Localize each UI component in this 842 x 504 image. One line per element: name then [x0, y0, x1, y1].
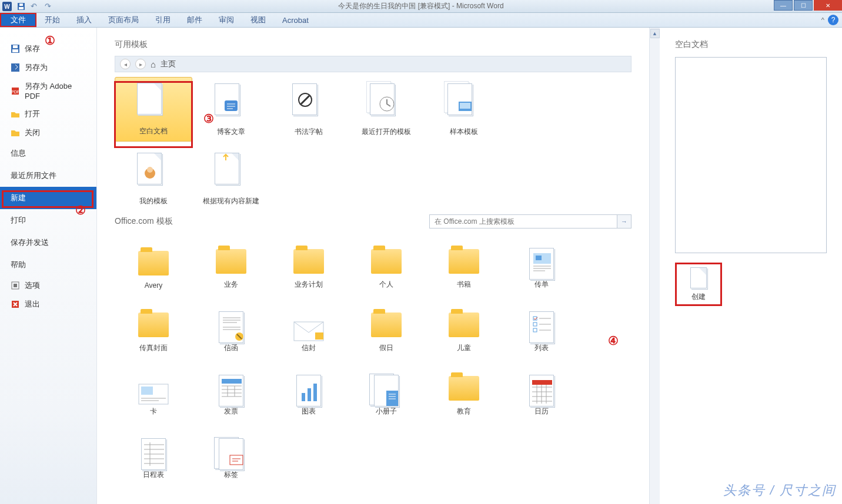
undo-icon[interactable]: ↶ — [31, 2, 40, 11]
office-template-2[interactable]: 业务计划 — [270, 231, 348, 294]
tab-insert[interactable]: 插入 — [68, 13, 100, 27]
svg-rect-6 — [12, 49, 18, 52]
create-button[interactable]: 创建 — [675, 263, 722, 306]
office-template-12[interactable]: 卡 — [115, 358, 192, 421]
office-template-4[interactable]: 书籍 — [425, 231, 503, 294]
office-template-15[interactable]: 小册子 — [348, 358, 425, 421]
office-template-17[interactable]: 日历 — [503, 358, 580, 421]
nav-forward-button[interactable]: ▸ — [135, 59, 146, 69]
svg-rect-34 — [313, 384, 317, 401]
office-template-16[interactable]: 教育 — [425, 358, 503, 421]
office-template-6[interactable]: 传真封面 — [115, 294, 192, 358]
template-label: 卡 — [150, 406, 157, 416]
svg-rect-22 — [536, 256, 542, 260]
template-label: 空白文档 — [139, 126, 168, 136]
save-icon[interactable] — [16, 2, 26, 11]
office-template-3[interactable]: 个人 — [348, 231, 425, 294]
tab-references[interactable]: 引用 — [147, 13, 179, 27]
sidebar-open[interactable]: 打开 — [0, 105, 96, 123]
svg-rect-32 — [302, 393, 305, 401]
office-template-8[interactable]: 信封 — [270, 294, 348, 358]
tab-acrobat[interactable]: Acrobat — [274, 13, 317, 27]
office-template-13[interactable]: 发票 — [192, 358, 270, 421]
template-label: 最近打开的模板 — [362, 127, 411, 137]
office-template-11[interactable]: 列表 — [503, 294, 580, 358]
sidebar-saveas[interactable]: 另存为 — [0, 58, 96, 77]
office-template-19[interactable]: 标签 — [192, 421, 270, 485]
template-label: 根据现有内容新建 — [203, 196, 259, 206]
minimize-button[interactable]: — — [774, 0, 793, 11]
envelope-icon — [293, 317, 325, 343]
template-label: 儿童 — [457, 343, 471, 353]
sidebar-recent[interactable]: 最近所用文件 — [0, 164, 96, 187]
office-template-5[interactable]: 传单 — [503, 231, 580, 294]
office-template-7[interactable]: 信函 — [192, 294, 270, 358]
search-input[interactable] — [429, 214, 617, 229]
template-recent[interactable]: 最近打开的模板 — [348, 77, 425, 142]
tab-home[interactable]: 开始 — [36, 13, 68, 27]
sidebar-close[interactable]: 关闭 — [0, 123, 96, 142]
office-template-1[interactable]: 业务 — [192, 231, 270, 294]
tab-review[interactable]: 审阅 — [210, 13, 242, 27]
template-label: 传真封面 — [139, 343, 168, 353]
sidebar-save[interactable]: 保存 — [0, 39, 96, 58]
sidebar-exit[interactable]: 退出 — [0, 295, 96, 314]
sidebar-savesend[interactable]: 保存并发送 — [0, 231, 96, 254]
svg-rect-14 — [225, 100, 238, 111]
nav-back-button[interactable]: ◂ — [120, 59, 131, 69]
template-blank[interactable]: 空白文档 — [115, 77, 192, 142]
svg-rect-18 — [460, 103, 470, 109]
sidebar-info[interactable]: 信息 — [0, 142, 96, 164]
office-template-18[interactable]: 日程表 — [115, 421, 192, 485]
label-icon — [219, 438, 243, 470]
help-icon[interactable]: ? — [828, 15, 838, 25]
template-mytmpl[interactable]: 我的模板 — [115, 146, 192, 211]
letter-icon — [219, 311, 243, 343]
template-label: 个人 — [379, 280, 393, 290]
folder-icon — [138, 251, 169, 281]
office-template-0[interactable]: Avery — [115, 231, 192, 294]
title-bar: W ↶ ↷ 今天是你的生日我的中国 [兼容模式] - Microsoft Wor… — [0, 0, 842, 13]
calligraphy-icon — [292, 83, 325, 121]
template-blog[interactable]: 博客文章 — [192, 77, 270, 142]
office-template-9[interactable]: 假日 — [348, 294, 425, 358]
tab-mail[interactable]: 邮件 — [179, 13, 210, 27]
sidebar-savepdf[interactable]: PDF另存为 Adobe PDF — [0, 77, 96, 105]
sidebar-options[interactable]: 选项 — [0, 276, 96, 295]
sidebar-print[interactable]: 打印 — [0, 209, 96, 231]
office-template-10[interactable]: 儿童 — [425, 294, 503, 358]
office-template-14[interactable]: 图表 — [270, 358, 348, 421]
ribbon-collapse-icon[interactable]: ^ — [821, 16, 824, 23]
tab-file[interactable]: 文件 — [0, 13, 36, 27]
maximize-button[interactable]: ☐ — [794, 0, 813, 11]
template-calligraphy[interactable]: 书法字帖 — [270, 77, 348, 142]
sidebar-help[interactable]: 帮助 — [0, 254, 96, 276]
tab-layout[interactable]: 页面布局 — [100, 13, 147, 27]
svg-rect-7 — [13, 45, 18, 48]
scrollbar[interactable]: ▲ — [649, 28, 660, 504]
close-folder-icon — [11, 128, 20, 137]
svg-rect-12 — [14, 284, 17, 287]
nav-home-label[interactable]: 主页 — [161, 59, 176, 69]
svg-rect-25 — [315, 332, 323, 340]
search-go-button[interactable]: → — [617, 214, 632, 229]
calendar-icon — [529, 375, 554, 406]
word-icon: W — [2, 2, 12, 11]
folder-icon — [449, 376, 479, 406]
office-heading: Office.com 模板 — [115, 216, 173, 227]
folder-icon — [371, 249, 402, 280]
template-label: 我的模板 — [139, 196, 168, 206]
template-fromexisting[interactable]: 根据现有内容新建 — [192, 146, 270, 211]
close-button[interactable]: ✕ — [814, 0, 842, 11]
template-label: 博客文章 — [217, 127, 245, 137]
home-icon[interactable]: ⌂ — [151, 59, 156, 69]
template-label: 业务 — [224, 280, 238, 290]
svg-rect-31 — [222, 379, 242, 384]
redo-icon[interactable]: ↷ — [45, 2, 54, 11]
template-sample[interactable]: 样本模板 — [425, 77, 503, 142]
scroll-up-button[interactable]: ▲ — [650, 29, 660, 38]
tab-view[interactable]: 视图 — [242, 13, 274, 27]
booklet-icon — [374, 375, 399, 406]
sidebar-label: 最近所用文件 — [11, 170, 56, 181]
quick-access-toolbar: W ↶ ↷ — [0, 2, 54, 11]
